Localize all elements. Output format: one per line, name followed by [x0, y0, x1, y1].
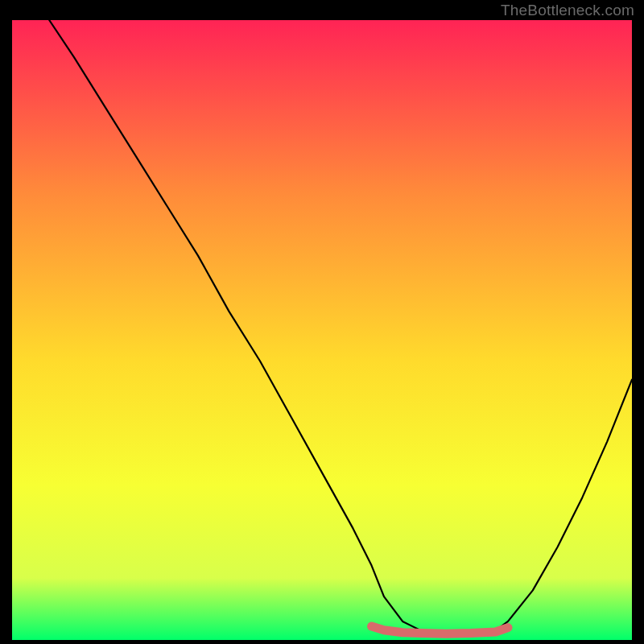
chart-svg — [12, 20, 632, 640]
chart-frame — [12, 20, 632, 640]
gradient-background — [12, 20, 632, 640]
watermark-text: TheBottleneck.com — [501, 2, 634, 19]
